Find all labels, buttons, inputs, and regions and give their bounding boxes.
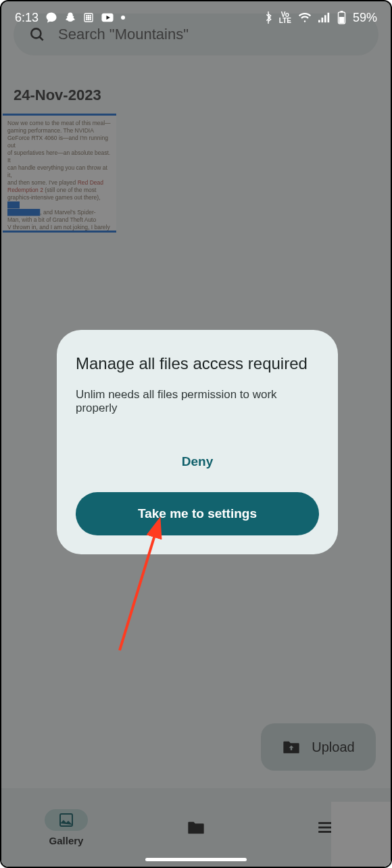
chat-bubble-icon [45,11,57,24]
svg-rect-18 [321,18,323,22]
svg-point-15 [90,19,91,20]
svg-rect-23 [339,17,345,23]
dialog-body: Unlim needs all files permission to work… [76,388,319,415]
snapchat-icon [64,11,76,24]
youtube-icon [101,13,114,22]
svg-rect-19 [324,15,326,22]
svg-rect-22 [340,11,343,12]
calculator-icon [83,12,94,23]
signal-icon [318,12,330,23]
more-dot-icon [121,16,125,20]
deny-button[interactable]: Deny [76,448,319,476]
home-indicator[interactable] [145,858,247,861]
device-frame: 24-Nov-2023 Now we come to the meat of t… [0,0,392,868]
svg-rect-20 [327,13,329,22]
svg-rect-17 [318,20,320,23]
svg-point-13 [87,19,87,20]
dialog-title: Manage all files access required [76,354,319,373]
svg-point-11 [88,17,89,18]
svg-point-12 [90,17,91,18]
wifi-icon [298,12,312,23]
status-bar: 6:13 VoLTE [1,1,391,34]
battery-percent: 59% [353,11,377,25]
permission-dialog: Manage all files access required Unlim n… [57,330,338,554]
svg-point-9 [90,16,91,16]
battery-icon [337,11,346,24]
bluetooth-icon [264,11,272,24]
status-time: 6:13 [15,11,39,25]
volte-indicator: VoLTE [279,11,291,24]
svg-point-10 [87,17,87,18]
svg-point-14 [88,19,89,20]
svg-point-8 [88,16,89,16]
svg-point-7 [87,16,87,16]
take-to-settings-button[interactable]: Take me to settings [76,492,319,535]
